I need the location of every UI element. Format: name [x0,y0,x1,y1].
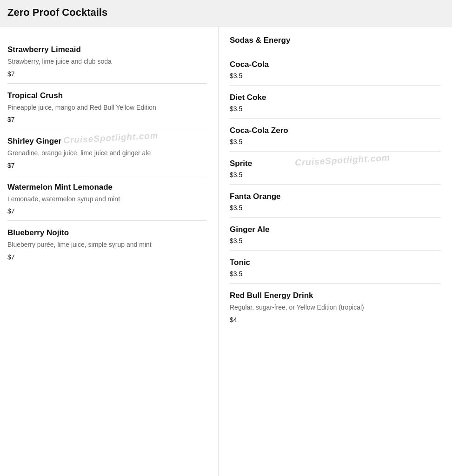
item-description: Regular, sugar-free, or Yellow Edition (… [230,303,441,312]
left-menu-list: Strawberry Limeaid Strawberry, lime juic… [7,38,207,266]
right-menu-list: Coca-Cola $3.5 Diet Coke $3.5 Coca-Cola … [230,53,441,329]
list-item: Coca-Cola Zero $3.5 [230,119,441,152]
list-item: Coca-Cola $3.5 [230,53,441,86]
list-item: Blueberry Nojito Blueberry purée, lime j… [7,221,207,266]
item-name: Sprite [230,159,441,168]
list-item: Tonic $3.5 [230,251,441,284]
item-description: Grenadine, orange juice, lime juice and … [7,149,207,158]
item-price: $3.5 [230,171,441,178]
item-description: Strawberry, lime juice and club soda [7,57,207,66]
item-price: $7 [7,162,207,169]
list-item: Fanta Orange $3.5 [230,185,441,218]
right-section-title: Sodas & Energy [230,34,441,47]
right-column: Sodas & Energy Coca-Cola $3.5 Diet Coke … [219,26,452,476]
item-name: Tonic [230,258,441,267]
item-price: $7 [7,253,207,261]
item-price: $7 [7,207,207,215]
left-column: Strawberry Limeaid Strawberry, lime juic… [0,26,219,476]
list-item: Watermelon Mint Lemonade Lemonade, water… [7,175,207,221]
item-name: Diet Coke [230,93,441,102]
item-name: Ginger Ale [230,225,441,234]
list-item: Tropical Crush Pineapple juice, mango an… [7,84,207,130]
content-area: Strawberry Limeaid Strawberry, lime juic… [0,26,452,476]
list-item: Sprite CruiseSpotlight.com $3.5 [230,152,441,185]
page-container: Zero Proof Cocktails Strawberry Limeaid … [0,0,452,476]
item-name: Watermelon Mint Lemonade [7,183,207,192]
item-name: Coca-Cola Zero [230,126,441,135]
item-price: $3.5 [230,204,441,212]
list-item: Shirley Ginger CruiseSpotlight.com Grena… [7,129,207,175]
page-title: Zero Proof Cocktails [7,7,107,18]
item-name: Red Bull Energy Drink [230,291,441,300]
item-description: Blueberry purée, lime juice, simple syru… [7,240,207,250]
item-price: $3.5 [230,72,441,79]
right-section-header: Sodas & Energy [230,34,441,53]
item-name: Coca-Cola [230,60,441,69]
header-bar: Zero Proof Cocktails [0,0,452,26]
list-item: Strawberry Limeaid Strawberry, lime juic… [7,38,207,84]
item-price: $3.5 [230,237,441,245]
item-price: $7 [7,116,207,123]
list-item: Diet Coke $3.5 [230,86,441,119]
item-description: Lemonade, watermelon syrup and mint [7,195,207,204]
item-description: Pineapple juice, mango and Red Bull Yell… [7,103,207,112]
item-name: Shirley Ginger [7,137,207,146]
item-name: Fanta Orange [230,192,441,201]
item-price: $3.5 [230,270,441,278]
item-price: $7 [7,70,207,78]
list-item: Ginger Ale $3.5 [230,218,441,251]
item-price: $4 [230,316,441,324]
item-price: $3.5 [230,105,441,112]
item-name: Tropical Crush [7,91,207,100]
item-name: Strawberry Limeaid [7,45,207,54]
item-name: Blueberry Nojito [7,228,207,238]
list-item: Red Bull Energy Drink Regular, sugar-fre… [230,284,441,329]
item-price: $3.5 [230,138,441,145]
